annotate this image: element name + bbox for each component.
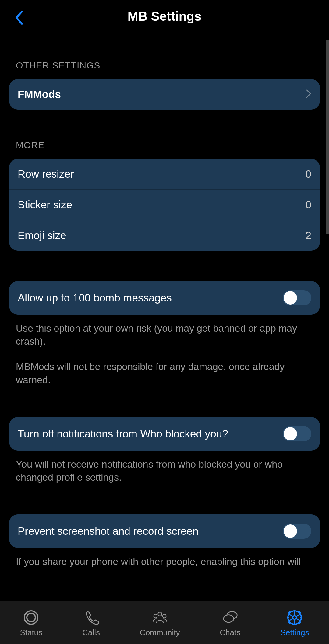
bomb-messages-desc: Use this option at your own risk (you ma…: [9, 315, 320, 387]
chevron-right-icon: [306, 89, 311, 99]
more-card: Row resizer 0 Sticker size 0 Emoji size …: [9, 159, 320, 251]
block-notif-label: Turn off notifications from Who blocked …: [18, 428, 283, 440]
chevron-left-icon: [15, 10, 24, 25]
emoji-size-value: 2: [306, 229, 311, 242]
screenshot-card: Prevent screenshot and record screen: [9, 514, 320, 548]
block-notif-toggle[interactable]: [283, 426, 311, 441]
gear-icon: [287, 610, 302, 625]
status-icon: [23, 610, 39, 625]
screenshot-label: Prevent screenshot and record screen: [18, 525, 283, 537]
nav-settings-label: Settings: [280, 628, 309, 637]
nav-chats-label: Chats: [220, 628, 241, 637]
community-icon: [152, 610, 168, 625]
nav-status-label: Status: [20, 628, 43, 637]
svg-line-12: [296, 618, 300, 621]
toggle-knob: [284, 427, 297, 440]
nav-calls[interactable]: Calls: [82, 610, 100, 637]
svg-rect-15: [294, 610, 295, 612]
nav-settings[interactable]: Settings: [280, 610, 309, 637]
fmmods-row[interactable]: FMMods: [9, 79, 320, 110]
row-resizer-value: 0: [306, 168, 311, 180]
section-label-other: OTHER SETTINGS: [9, 33, 320, 79]
emoji-size-row[interactable]: Emoji size 2: [9, 220, 320, 251]
bottom-nav: Status Calls Community Chats: [0, 601, 329, 644]
svg-rect-18: [300, 617, 302, 618]
header: MB Settings: [0, 0, 329, 33]
bomb-messages-label: Allow up to 100 bomb messages: [18, 292, 283, 304]
svg-rect-16: [294, 623, 295, 625]
svg-point-3: [154, 614, 157, 618]
back-button[interactable]: [15, 10, 24, 26]
emoji-size-label: Emoji size: [18, 229, 66, 242]
section-label-more: MORE: [9, 110, 320, 159]
bomb-desc-2: MBMods will not be responsible for any d…: [16, 360, 313, 386]
page-title: MB Settings: [128, 9, 202, 24]
nav-community[interactable]: Community: [140, 610, 180, 637]
screenshot-desc: If you share your phone with other peopl…: [9, 548, 320, 568]
content: OTHER SETTINGS FMMods MORE Row resizer 0…: [0, 33, 329, 568]
svg-point-1: [27, 613, 35, 622]
svg-point-6: [223, 615, 233, 622]
chats-icon: [222, 610, 238, 625]
row-resizer-row[interactable]: Row resizer 0: [9, 159, 320, 190]
fmmods-card: FMMods: [9, 79, 320, 110]
svg-line-11: [289, 614, 293, 617]
svg-line-14: [296, 614, 300, 617]
sticker-size-label: Sticker size: [18, 199, 72, 211]
row-resizer-label: Row resizer: [18, 168, 74, 180]
bomb-messages-card: Allow up to 100 bomb messages: [9, 281, 320, 315]
phone-icon: [83, 610, 99, 625]
bomb-desc-1: Use this option at your own risk (you ma…: [16, 322, 313, 348]
toggle-knob: [284, 524, 297, 538]
nav-calls-label: Calls: [82, 628, 100, 637]
svg-point-2: [158, 612, 162, 616]
block-notif-desc: You will not receive notifications from …: [9, 451, 320, 484]
nav-status[interactable]: Status: [20, 610, 43, 637]
svg-point-4: [163, 614, 166, 618]
bomb-messages-toggle[interactable]: [283, 290, 311, 305]
scrollbar[interactable]: [326, 40, 329, 234]
screenshot-toggle[interactable]: [283, 524, 311, 539]
svg-point-8: [293, 616, 296, 619]
nav-chats[interactable]: Chats: [220, 610, 241, 637]
svg-rect-17: [287, 617, 289, 618]
nav-community-label: Community: [140, 628, 180, 637]
toggle-knob: [284, 291, 297, 305]
block-notif-card: Turn off notifications from Who blocked …: [9, 417, 320, 451]
sticker-size-value: 0: [306, 199, 311, 211]
svg-line-13: [289, 618, 293, 621]
sticker-size-row[interactable]: Sticker size 0: [9, 190, 320, 220]
fmmods-label: FMMods: [18, 88, 61, 100]
